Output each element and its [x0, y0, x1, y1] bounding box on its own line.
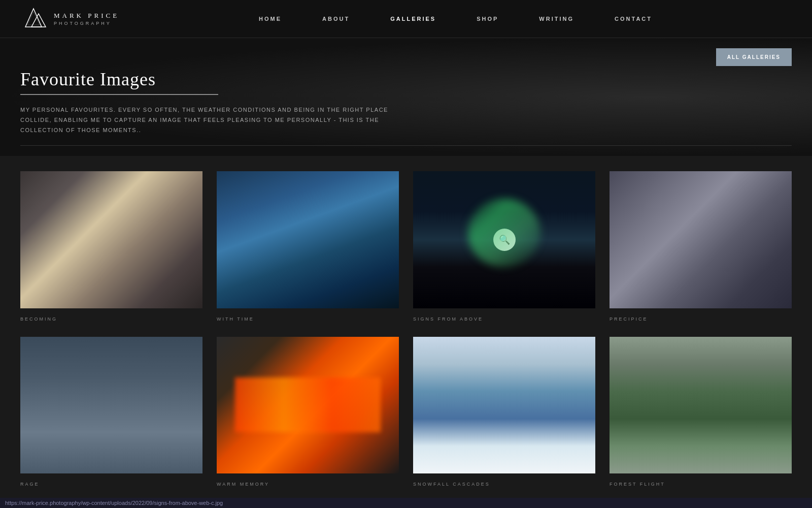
page-title: Favourite Images [20, 69, 792, 90]
gallery-thumb-rage: 🔍 [20, 337, 202, 473]
nav-writing[interactable]: WRITING [519, 16, 594, 22]
site-subtitle: PHOTOGRAPHY [54, 21, 119, 26]
gallery-item-rage[interactable]: 🔍 RAGE [20, 337, 202, 488]
nav-links: HOME ABOUT GALLERIES SHOP WRITING CONTAC… [119, 16, 792, 22]
gallery-thumb-with-time: 🔍 [217, 171, 399, 308]
gallery-item-precipice[interactable]: 🔍 PRECIPICE [610, 171, 792, 322]
gallery-caption-rage: RAGE [20, 482, 40, 487]
gallery-caption-precipice: PRECIPICE [610, 316, 648, 322]
gallery-caption-signs-from-above: SIGNS FROM ABOVE [413, 316, 483, 322]
section-divider [20, 145, 792, 146]
status-url: https://mark-price.photography/wp-conten… [5, 500, 223, 506]
nav-galleries[interactable]: GALLERIES [370, 16, 456, 22]
site-logo[interactable]: MARK PRICE PHOTOGRAPHY [20, 6, 119, 32]
gallery-caption-with-time: WITH TIME [217, 316, 254, 322]
zoom-overlay-signs-from-above: 🔍 [493, 229, 516, 251]
gallery-item-signs-from-above[interactable]: 🔍 SIGNS FROM ABOVE [413, 171, 595, 322]
nav-about[interactable]: ABOUT [302, 16, 370, 22]
gallery-thumb-becoming: 🔍 [20, 171, 202, 308]
site-name: MARK PRICE [54, 12, 119, 20]
gallery-thumb-snowfall-cascades: 🔍 [413, 337, 595, 473]
gallery-item-becoming[interactable]: 🔍 BECOMING [20, 171, 202, 322]
logo-svg [20, 6, 47, 32]
gallery-thumb-warm-memory: 🔍 [217, 337, 399, 473]
gallery-thumb-precipice: 🔍 [610, 171, 792, 308]
gallery-caption-becoming: BECOMING [20, 316, 57, 322]
nav-home[interactable]: HOME [239, 16, 302, 22]
status-bar: https://mark-price.photography/wp-conten… [0, 498, 812, 508]
page-description: My personal favourites. Every so often, … [20, 105, 406, 135]
logo-text-block: MARK PRICE PHOTOGRAPHY [54, 12, 119, 26]
gallery-thumb-signs-from-above: 🔍 [413, 171, 595, 308]
gallery-thumb-forest-flight: 🔍 [610, 337, 792, 473]
title-underline [20, 94, 218, 95]
gallery-item-forest-flight[interactable]: 🔍 FOREST FLIGHT [610, 337, 792, 488]
gallery-grid: 🔍 BECOMING 🔍 WITH TIME 🔍 SIGNS FROM ABOV… [20, 171, 792, 508]
main-nav: MARK PRICE PHOTOGRAPHY HOME ABOUT GALLER… [0, 0, 812, 38]
header-section: ALL GALLERIES Favourite Images My person… [0, 38, 812, 156]
gallery-caption-forest-flight: FOREST FLIGHT [610, 482, 665, 487]
gallery-item-warm-memory[interactable]: 🔍 WARM MEMORY [217, 337, 399, 488]
nav-shop[interactable]: SHOP [456, 16, 519, 22]
gallery-item-snowfall-cascades[interactable]: 🔍 SNOWFALL CASCADES [413, 337, 595, 488]
gallery-caption-snowfall-cascades: SNOWFALL CASCADES [413, 482, 490, 487]
gallery-caption-warm-memory: WARM MEMORY [217, 482, 269, 487]
all-galleries-button[interactable]: ALL GALLERIES [716, 48, 792, 66]
gallery-section: 🔍 BECOMING 🔍 WITH TIME 🔍 SIGNS FROM ABOV… [0, 156, 812, 508]
nav-contact[interactable]: CONTACT [594, 16, 672, 22]
gallery-item-with-time[interactable]: 🔍 WITH TIME [217, 171, 399, 322]
